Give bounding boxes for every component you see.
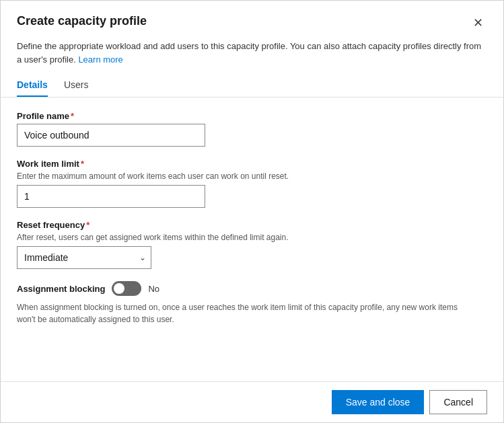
modal-description: Define the appropriate workload and add …: [1, 40, 503, 74]
create-capacity-profile-modal: Create capacity profile ✕ Define the app…: [0, 0, 504, 423]
work-item-limit-hint: Enter the maximum amount of work items e…: [17, 171, 487, 181]
profile-name-group: Profile name*: [17, 111, 487, 147]
assignment-blocking-description: When assignment blocking is turned on, o…: [17, 301, 461, 325]
required-star-reset: *: [86, 220, 89, 230]
assignment-blocking-row: Assignment blocking No: [17, 281, 487, 296]
modal-header: Create capacity profile ✕: [1, 1, 503, 40]
cancel-button[interactable]: Cancel: [429, 390, 487, 414]
work-item-limit-label: Work item limit*: [17, 159, 487, 169]
close-icon: ✕: [473, 15, 483, 30]
save-and-close-button[interactable]: Save and close: [332, 390, 425, 414]
assignment-blocking-label: Assignment blocking: [17, 284, 105, 294]
assignment-blocking-group: Assignment blocking No When assignment b…: [17, 281, 487, 325]
modal-footer: Save and close Cancel: [1, 381, 503, 422]
tabs-container: Details Users: [1, 74, 503, 98]
toggle-slider: [112, 281, 141, 296]
tab-details[interactable]: Details: [17, 74, 48, 97]
reset-frequency-hint: After reset, users can get assigned work…: [17, 233, 487, 242]
assignment-blocking-toggle[interactable]: [112, 281, 141, 296]
required-star: *: [71, 111, 74, 121]
work-item-limit-input[interactable]: [17, 185, 205, 208]
profile-name-label: Profile name*: [17, 111, 487, 121]
modal-overlay: Create capacity profile ✕ Define the app…: [0, 0, 504, 423]
modal-body: Profile name* Work item limit* Enter the…: [1, 98, 503, 381]
required-star-work: *: [81, 159, 84, 169]
work-item-limit-group: Work item limit* Enter the maximum amoun…: [17, 159, 487, 208]
learn-more-link[interactable]: Learn more: [78, 54, 122, 65]
reset-frequency-select[interactable]: Immediate Daily Weekly Monthly: [17, 246, 151, 269]
reset-frequency-select-wrapper: Immediate Daily Weekly Monthly ⌄: [17, 246, 151, 269]
modal-title: Create capacity profile: [17, 14, 147, 28]
reset-frequency-label: Reset frequency*: [17, 220, 487, 230]
profile-name-input[interactable]: [17, 124, 205, 147]
reset-frequency-group: Reset frequency* After reset, users can …: [17, 220, 487, 269]
assignment-blocking-status: No: [148, 284, 159, 294]
tab-users[interactable]: Users: [64, 74, 89, 97]
close-button[interactable]: ✕: [469, 14, 487, 32]
